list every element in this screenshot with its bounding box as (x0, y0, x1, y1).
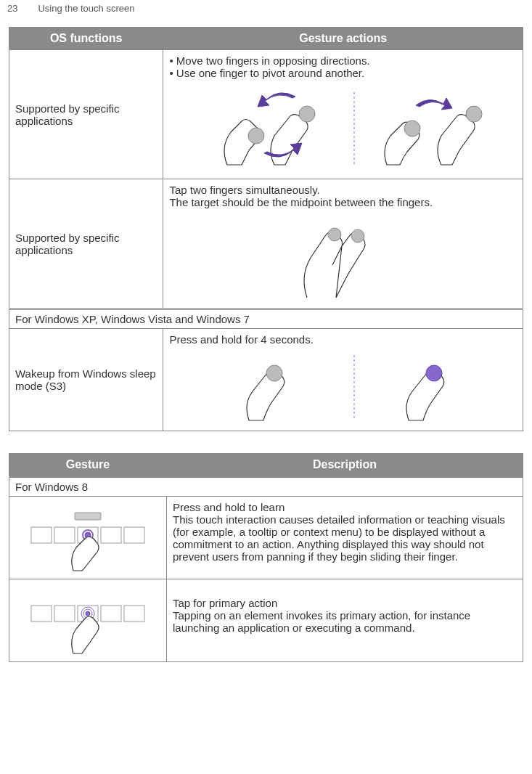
svg-point-7 (266, 365, 282, 381)
svg-rect-12 (54, 527, 75, 543)
rotate-gesture-diagram (169, 85, 517, 174)
tap-tile-diagram (15, 590, 160, 657)
gesture-action-cell: • Move two fingers in opposing direction… (163, 50, 523, 179)
os-function-cell: Supported by specific applications (9, 179, 163, 309)
svg-point-1 (299, 106, 315, 122)
table-row: Press and hold to learn This touch inter… (9, 497, 523, 579)
svg-point-5 (328, 228, 341, 241)
bullet-text: • Move two fingers in opposing direction… (169, 54, 517, 67)
gesture-body: This touch interaction causes detailed i… (173, 513, 517, 563)
gesture-title: Press and hold to learn (173, 501, 517, 513)
gesture-action-cell: Tap two fingers simultaneously. The targ… (163, 179, 523, 309)
table-row: Wakeup from Windows sleep mode (S3) Pres… (9, 329, 523, 431)
col2-header: Description (167, 454, 523, 477)
col1-header: Gesture (9, 454, 167, 477)
svg-point-6 (351, 229, 364, 243)
gesture-table-1: OS functions Gesture actions Supported b… (9, 27, 523, 431)
svg-rect-22 (124, 606, 144, 622)
two-finger-tap-diagram (169, 214, 517, 304)
svg-rect-11 (31, 527, 52, 543)
os-function-cell: Wakeup from Windows sleep mode (S3) (9, 329, 163, 431)
section-label: For Windows XP, Windows Vista and Window… (9, 309, 523, 329)
instruction-text: The target should be the midpoint betwee… (169, 196, 517, 208)
svg-point-25 (86, 611, 90, 616)
svg-point-3 (404, 121, 420, 137)
gesture-cell (9, 497, 167, 579)
col1-header: OS functions (9, 28, 163, 50)
svg-rect-21 (101, 606, 121, 622)
svg-point-0 (248, 128, 264, 144)
instruction-text: Tap two fingers simultaneously. (169, 184, 517, 196)
svg-point-9 (426, 365, 442, 381)
description-cell: Press and hold to learn This touch inter… (167, 497, 523, 579)
description-cell: Tap for primary action Tapping on an ele… (167, 579, 523, 662)
gesture-table-2: Gesture Description For Windows 8 (9, 453, 523, 662)
col2-header: Gesture actions (163, 28, 523, 50)
bullet-text: • Use one finger to pivot around another… (169, 67, 517, 79)
gesture-title: Tap for primary action (173, 597, 517, 609)
os-function-cell: Supported by specific applications (9, 50, 163, 179)
gesture-cell (9, 579, 167, 662)
press-hold-diagram (169, 351, 517, 426)
gesture-body: Tapping on an element invokes its primar… (173, 609, 517, 634)
svg-point-4 (466, 106, 482, 122)
svg-rect-18 (31, 606, 52, 622)
page-header: 23 Using the touch screen (0, 0, 532, 27)
svg-rect-14 (101, 527, 121, 543)
page-number: 23 (7, 3, 17, 14)
svg-rect-15 (124, 527, 144, 543)
instruction-text: Press and hold for 4 seconds. (169, 333, 517, 346)
section-row: For Windows 8 (9, 477, 523, 497)
table-row: Supported by specific applications • Mov… (9, 50, 523, 179)
svg-rect-19 (54, 606, 75, 622)
press-hold-tile-diagram (15, 507, 160, 574)
page-title: Using the touch screen (38, 3, 134, 14)
section-row: For Windows XP, Windows Vista and Window… (9, 309, 523, 329)
svg-rect-10 (75, 513, 101, 520)
section-label: For Windows 8 (9, 477, 523, 497)
table-row: Supported by specific applications Tap t… (9, 179, 523, 309)
table-row: Tap for primary action Tapping on an ele… (9, 579, 523, 662)
gesture-action-cell: Press and hold for 4 seconds. (163, 329, 523, 431)
